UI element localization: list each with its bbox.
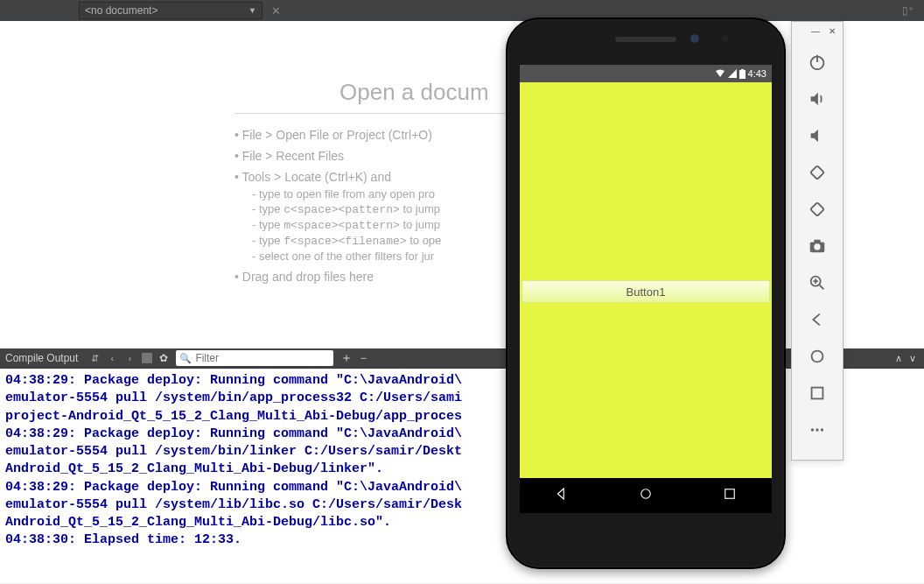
sensor-dot <box>722 35 729 42</box>
svg-point-9 <box>814 243 820 250</box>
svg-rect-3 <box>725 489 735 499</box>
android-emulator: 4:43 Button1 <box>506 18 786 569</box>
dropdown-arrow-icon: ▼ <box>248 6 256 15</box>
speaker-grille <box>615 37 676 42</box>
camera-button[interactable] <box>800 229 835 264</box>
phone-screen[interactable]: 4:43 Button1 <box>520 65 772 513</box>
volume-down-button[interactable] <box>800 118 835 153</box>
svg-point-17 <box>811 428 814 431</box>
close-document-button[interactable]: ✕ <box>268 4 284 18</box>
stop-icon[interactable] <box>142 353 152 363</box>
output-split-button[interactable]: ⇵ <box>87 350 102 366</box>
svg-point-19 <box>821 428 823 431</box>
svg-rect-1 <box>741 69 744 70</box>
emu-home-button[interactable] <box>800 339 835 374</box>
document-name: <no document> <box>85 4 158 17</box>
svg-line-12 <box>820 285 824 290</box>
document-dropdown[interactable]: <no document> ▼ <box>79 2 262 19</box>
minimize-button[interactable]: — <box>811 26 820 36</box>
zoom-out-button[interactable]: － <box>358 350 369 366</box>
front-camera <box>691 35 698 42</box>
nav-back-button[interactable] <box>554 486 570 505</box>
close-button[interactable]: ✕ <box>829 26 836 36</box>
wifi-icon <box>715 69 725 78</box>
signal-icon <box>728 69 737 78</box>
emu-more-button[interactable] <box>800 412 835 447</box>
output-panel-title: Compile Output <box>5 352 78 364</box>
battery-icon <box>739 69 746 79</box>
svg-rect-0 <box>739 70 746 79</box>
app-button1[interactable]: Button1 <box>522 280 770 303</box>
gear-icon[interactable]: ✿ <box>159 352 168 364</box>
svg-point-15 <box>812 351 823 362</box>
emulator-toolbar: — ✕ <box>791 21 844 461</box>
status-time: 4:43 <box>748 68 766 79</box>
emulator-window-controls: — ✕ <box>792 22 843 39</box>
svg-rect-10 <box>814 240 820 243</box>
rotate-left-button[interactable] <box>800 155 835 190</box>
zoom-in-button[interactable]: ＋ <box>340 350 353 366</box>
emu-back-button[interactable] <box>800 302 835 337</box>
output-prev-button[interactable]: ‹ <box>104 350 120 366</box>
volume-up-button[interactable] <box>800 81 835 116</box>
svg-rect-7 <box>810 202 824 216</box>
search-icon: 🔍 <box>179 353 192 364</box>
filter-field[interactable]: 🔍 <box>176 350 333 366</box>
android-nav-bar <box>520 478 772 513</box>
svg-point-2 <box>641 489 651 499</box>
nav-overview-button[interactable] <box>722 486 738 505</box>
phone-frame: 4:43 Button1 <box>506 18 786 569</box>
zoom-button[interactable] <box>800 265 835 300</box>
split-view-button[interactable]: ▯⁺ <box>899 4 917 17</box>
svg-point-18 <box>816 428 818 431</box>
android-status-bar: 4:43 <box>520 65 772 82</box>
nav-home-button[interactable] <box>638 486 654 505</box>
svg-rect-6 <box>810 165 824 179</box>
power-button[interactable] <box>800 45 835 80</box>
app-surface[interactable]: Button1 <box>520 82 772 478</box>
svg-rect-16 <box>812 388 823 399</box>
emu-overview-button[interactable] <box>800 376 835 411</box>
collapse-output-button[interactable]: ∧ <box>895 353 902 364</box>
rotate-right-button[interactable] <box>800 192 835 227</box>
expand-output-button[interactable]: ∨ <box>909 353 916 364</box>
output-next-button[interactable]: › <box>122 350 137 366</box>
filter-input[interactable] <box>192 352 330 364</box>
